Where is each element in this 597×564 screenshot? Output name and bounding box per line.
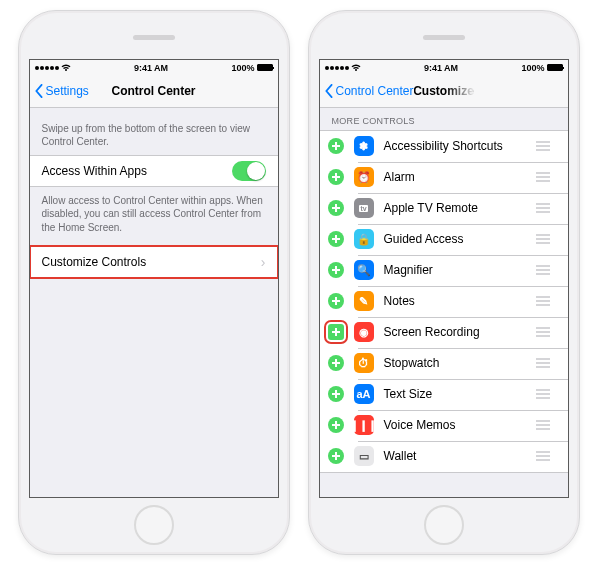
reorder-handle-icon[interactable]	[534, 323, 552, 341]
control-row-appletv[interactable]: tvApple TV Remote	[320, 193, 568, 224]
control-label: Screen Recording	[384, 325, 480, 339]
control-label: Stopwatch	[384, 356, 440, 370]
magnifier-icon: 🔍	[354, 260, 374, 280]
status-time: 9:41 AM	[424, 63, 458, 73]
control-label: Magnifier	[384, 263, 433, 277]
control-label: Alarm	[384, 170, 415, 184]
control-label: Wallet	[384, 449, 417, 463]
reorder-handle-icon[interactable]	[534, 292, 552, 310]
add-button[interactable]	[328, 355, 344, 371]
add-button[interactable]	[328, 138, 344, 154]
reorder-handle-icon[interactable]	[534, 199, 552, 217]
add-button[interactable]	[328, 293, 344, 309]
battery-icon	[547, 64, 563, 71]
control-row-magnifier[interactable]: 🔍Magnifier	[320, 255, 568, 286]
status-time: 9:41 AM	[134, 63, 168, 73]
alarm-icon: ⏰	[354, 167, 374, 187]
more-controls-list: ✽Accessibility Shortcuts⏰AlarmtvApple TV…	[320, 130, 568, 473]
chevron-left-icon	[34, 84, 44, 98]
add-button[interactable]	[328, 231, 344, 247]
control-row-notes[interactable]: ✎Notes	[320, 286, 568, 317]
wallet-icon: ▭	[354, 446, 374, 466]
add-button[interactable]	[328, 448, 344, 464]
control-label: Text Size	[384, 387, 433, 401]
add-button[interactable]	[328, 417, 344, 433]
home-button[interactable]	[424, 505, 464, 545]
reorder-handle-icon[interactable]	[534, 354, 552, 372]
guided-access-icon: 🔒	[354, 229, 374, 249]
access-within-apps-row[interactable]: Access Within Apps	[30, 155, 278, 187]
reorder-handle-icon[interactable]	[534, 416, 552, 434]
control-label: Voice Memos	[384, 418, 456, 432]
control-row-guided-access[interactable]: 🔒Guided Access	[320, 224, 568, 255]
text-size-icon: aA	[354, 384, 374, 404]
add-button[interactable]	[328, 324, 344, 340]
access-footer-text: Allow access to Control Center within ap…	[30, 187, 278, 241]
intro-text: Swipe up from the bottom of the screen t…	[30, 115, 278, 155]
reorder-handle-icon[interactable]	[534, 168, 552, 186]
control-label: Accessibility Shortcuts	[384, 139, 503, 153]
voice-memos-icon: ❙❙❙	[354, 415, 374, 435]
reorder-handle-icon[interactable]	[534, 230, 552, 248]
access-within-apps-label: Access Within Apps	[42, 164, 147, 178]
back-button[interactable]: Control Center	[320, 84, 414, 98]
right-screen: 9:41 AM 100% Control Center Customize MO…	[319, 59, 569, 498]
phone-speaker	[133, 35, 175, 40]
intro-faded-line	[30, 108, 278, 115]
battery-percent: 100%	[521, 63, 544, 73]
screen-recording-icon: ◉	[354, 322, 374, 342]
signal-dots-icon	[35, 66, 59, 70]
left-iphone-mockup: 9:41 AM 100% Settings Control Center Swi…	[18, 10, 290, 555]
notes-icon: ✎	[354, 291, 374, 311]
nav-title: Customize	[413, 84, 474, 98]
back-label: Control Center	[336, 84, 414, 98]
add-button[interactable]	[328, 386, 344, 402]
control-row-wallet[interactable]: ▭Wallet	[320, 441, 568, 472]
chevron-right-icon: ›	[261, 254, 266, 270]
control-row-alarm[interactable]: ⏰Alarm	[320, 162, 568, 193]
battery-percent: 100%	[231, 63, 254, 73]
status-bar: 9:41 AM 100%	[30, 60, 278, 76]
phone-speaker	[423, 35, 465, 40]
wifi-icon	[61, 64, 71, 72]
reorder-handle-icon[interactable]	[534, 447, 552, 465]
home-button[interactable]	[134, 505, 174, 545]
signal-dots-icon	[325, 66, 349, 70]
nav-title: Control Center	[112, 84, 196, 98]
reorder-handle-icon[interactable]	[534, 137, 552, 155]
control-row-accessibility[interactable]: ✽Accessibility Shortcuts	[320, 131, 568, 162]
customize-controls-label: Customize Controls	[42, 255, 147, 269]
nav-bar: Settings Control Center	[30, 76, 278, 108]
reorder-handle-icon[interactable]	[534, 261, 552, 279]
control-label: Notes	[384, 294, 415, 308]
control-row-text-size[interactable]: aAText Size	[320, 379, 568, 410]
control-row-screen-recording[interactable]: ◉Screen Recording	[320, 317, 568, 348]
add-button[interactable]	[328, 262, 344, 278]
right-iphone-mockup: 9:41 AM 100% Control Center Customize MO…	[308, 10, 580, 555]
back-label: Settings	[46, 84, 89, 98]
back-button[interactable]: Settings	[30, 84, 89, 98]
left-screen: 9:41 AM 100% Settings Control Center Swi…	[29, 59, 279, 498]
appletv-icon: tv	[354, 198, 374, 218]
stopwatch-icon: ⏱	[354, 353, 374, 373]
add-button[interactable]	[328, 200, 344, 216]
add-button[interactable]	[328, 169, 344, 185]
control-label: Guided Access	[384, 232, 464, 246]
toggle-switch[interactable]	[232, 161, 266, 181]
accessibility-icon: ✽	[354, 136, 374, 156]
customize-controls-row[interactable]: Customize Controls ›	[30, 246, 278, 278]
chevron-left-icon	[324, 84, 334, 98]
wifi-icon	[351, 64, 361, 72]
status-bar: 9:41 AM 100%	[320, 60, 568, 76]
reorder-handle-icon[interactable]	[534, 385, 552, 403]
section-header-more-controls: MORE CONTROLS	[320, 108, 568, 130]
control-row-stopwatch[interactable]: ⏱Stopwatch	[320, 348, 568, 379]
nav-bar: Control Center Customize	[320, 76, 568, 108]
battery-icon	[257, 64, 273, 71]
control-label: Apple TV Remote	[384, 201, 479, 215]
control-row-voice-memos[interactable]: ❙❙❙Voice Memos	[320, 410, 568, 441]
